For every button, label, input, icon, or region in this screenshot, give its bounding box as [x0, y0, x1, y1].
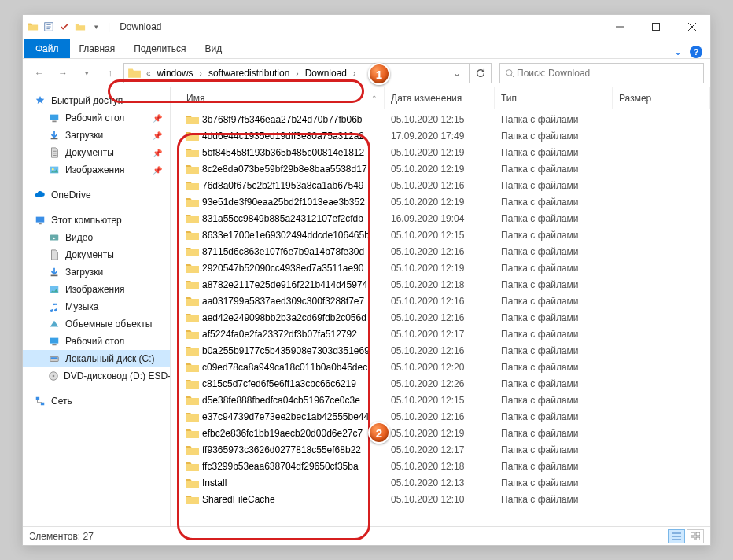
maximize-button[interactable] — [638, 15, 674, 39]
breadcrumb-overflow[interactable]: « — [145, 69, 153, 78]
search-input[interactable] — [515, 67, 698, 79]
close-button[interactable] — [674, 15, 710, 39]
file-row[interactable]: 3b768f97f5346eaa27b24d70b77fb06b05.10.20… — [171, 111, 710, 127]
svg-rect-3 — [50, 115, 59, 120]
nav-forward-button[interactable]: → — [53, 63, 73, 83]
col-name[interactable]: Имя⌃ — [171, 87, 385, 109]
file-row[interactable]: SharedFileCache05.10.2020 12:10Папка с ф… — [171, 491, 710, 507]
svg-rect-1 — [653, 24, 660, 31]
sidebar-item[interactable]: Изображения📌 — [23, 161, 170, 179]
file-row[interactable]: 87115d6c863e107f6e7b9a14b78fe30d05.10.20… — [171, 243, 710, 260]
help-icon[interactable]: ? — [690, 46, 702, 58]
file-tab[interactable]: Файл — [24, 39, 70, 58]
search-box[interactable] — [499, 63, 704, 83]
svg-rect-17 — [36, 397, 39, 400]
sidebar-item[interactable]: Загрузки — [23, 263, 170, 281]
file-type: Папка с файлами — [495, 296, 613, 307]
file-date: 05.10.2020 12:19 — [385, 428, 495, 439]
address-dropdown-icon[interactable]: ⌄ — [448, 68, 466, 79]
file-row[interactable]: Install05.10.2020 12:13Папка с файлами — [171, 474, 710, 491]
file-row[interactable]: 93e51de3f90eaa25bd2f1013eae3b35205.10.20… — [171, 193, 710, 210]
sidebar-icon — [48, 318, 61, 330]
ribbon-tabs: Файл Главная Поделиться Вид ⌄ ? — [23, 39, 710, 59]
file-row[interactable]: ffc3299b53eaa638704df29650cf35ba05.10.20… — [171, 458, 710, 474]
file-row[interactable]: b0a255b9177c5b435908e7303d351e6905.10.20… — [171, 342, 710, 359]
qat-dropdown-icon[interactable]: ▾ — [89, 20, 103, 34]
sidebar-quick-access[interactable]: Быстрый доступ — [23, 92, 170, 109]
tab-view[interactable]: Вид — [195, 39, 231, 58]
sidebar-item[interactable]: Локальный диск (C:) — [23, 350, 170, 367]
svg-rect-14 — [51, 357, 58, 359]
sidebar-item[interactable]: Рабочий стол — [23, 333, 170, 350]
file-row[interactable]: aed42e249098bb2b3a2cd69fdb2c056d05.10.20… — [171, 309, 710, 326]
minimize-button[interactable] — [602, 15, 638, 39]
file-row[interactable]: af5224fa0e2fa23372df3b07fa51279205.10.20… — [171, 326, 710, 342]
sidebar-onedrive[interactable]: OneDrive — [23, 186, 170, 204]
sidebar-item[interactable]: Документы — [23, 246, 170, 263]
view-icons-button[interactable] — [687, 529, 704, 543]
sidebar-icon — [48, 266, 61, 278]
file-type: Папка с файлами — [495, 444, 613, 455]
sidebar-item[interactable]: Видео — [23, 229, 170, 246]
sidebar-item[interactable]: Изображения — [23, 281, 170, 298]
breadcrumb-part[interactable]: windows — [153, 64, 198, 83]
file-row[interactable]: 4dd6e44c1935ed19dff3e80a75a312a217.09.20… — [171, 127, 710, 144]
chevron-right-icon[interactable]: › — [294, 69, 300, 78]
file-name: 5bf845458f193b365b485c00814e1812 — [202, 147, 364, 158]
sidebar-item[interactable]: Документы📌 — [23, 144, 170, 161]
file-row[interactable]: c09ed78ca8a949ca18c011b0a0b46dec05.10.20… — [171, 359, 710, 375]
qat-newfolder-icon[interactable] — [73, 20, 87, 34]
sidebar-item[interactable]: Загрузки📌 — [23, 127, 170, 144]
qat-properties-icon[interactable] — [42, 20, 56, 34]
sidebar-item[interactable]: Объемные объекты — [23, 315, 170, 333]
file-row[interactable]: aa031799a5837aed309c300f3288f7e705.10.20… — [171, 293, 710, 309]
refresh-button[interactable] — [470, 63, 492, 83]
explorer-window: ▾ | Download Файл Главная Поделиться Вид… — [22, 14, 711, 546]
file-row[interactable]: 76d8a0f675c2b2f11953a8ca1ab6754905.10.20… — [171, 177, 710, 193]
nav-up-button[interactable]: ↑ — [100, 63, 120, 83]
sidebar-item[interactable]: Музыка — [23, 298, 170, 315]
breadcrumb-part[interactable]: softwaredistribution — [204, 64, 294, 83]
tab-share[interactable]: Поделиться — [124, 39, 195, 58]
monitor-icon — [34, 214, 46, 227]
file-row[interactable]: 5bf845458f193b365b485c00814e181205.10.20… — [171, 144, 710, 160]
view-details-button[interactable] — [668, 529, 685, 543]
file-row[interactable]: a8782e2117e25de916f221b414d4597405.10.20… — [171, 276, 710, 293]
file-type: Папка с файлами — [495, 180, 613, 191]
qat-check-icon[interactable] — [57, 20, 72, 34]
file-row[interactable]: e37c94739d7e73ee2bec1ab42555be4405.10.20… — [171, 408, 710, 425]
svg-rect-20 — [696, 532, 700, 536]
file-row[interactable]: 831a55cc9849b885a24312107ef2cfdb16.09.20… — [171, 210, 710, 227]
file-row[interactable]: c815c5d7cfed6f5e6ff1a3cbc66c621905.10.20… — [171, 375, 710, 392]
chevron-right-icon[interactable]: › — [198, 69, 204, 78]
file-row[interactable]: 8c2e8da073be59bf29b8e8baa5538d1705.10.20… — [171, 160, 710, 177]
file-name: e37c94739d7e73ee2bec1ab42555be44 — [202, 411, 369, 422]
nav-history-dropdown[interactable]: ▾ — [76, 63, 97, 83]
address-bar[interactable]: « windows › softwaredistribution › Downl… — [123, 63, 470, 83]
sidebar-item[interactable]: DVD-дисковод (D:) ESD- — [23, 367, 170, 385]
window-title: Download — [120, 21, 161, 32]
file-row[interactable]: ff9365973c3626d0277818c55ef68b2205.10.20… — [171, 441, 710, 458]
file-row[interactable]: efbc2e836fc1bb19aecb20d00d6e27c705.10.20… — [171, 425, 710, 441]
sidebar-this-pc[interactable]: Этот компьютер — [23, 212, 170, 229]
file-type: Папка с файлами — [495, 378, 613, 389]
ribbon-expand-icon[interactable]: ⌄ — [674, 46, 682, 57]
nav-back-button[interactable]: ← — [29, 63, 50, 83]
file-list[interactable]: 3b768f97f5346eaa27b24d70b77fb06b05.10.20… — [171, 109, 710, 526]
file-row[interactable]: 2920547b52090cc4938ed7a3511ae9005.10.202… — [171, 260, 710, 276]
tab-home[interactable]: Главная — [70, 39, 125, 58]
sidebar-item[interactable]: Рабочий стол📌 — [23, 109, 170, 127]
file-row[interactable]: d5e38fe888fbedfca04cb51967ce0c3e05.10.20… — [171, 392, 710, 408]
file-type: Папка с файлами — [495, 411, 613, 422]
col-type[interactable]: Тип — [495, 87, 613, 109]
breadcrumb-part[interactable]: Download — [300, 64, 352, 83]
chevron-right-icon[interactable]: › — [352, 69, 357, 78]
col-date[interactable]: Дата изменения — [385, 87, 495, 109]
sidebar-icon — [48, 249, 61, 261]
sidebar-icon — [48, 370, 59, 382]
pin-icon: 📌 — [153, 166, 162, 175]
sidebar-network[interactable]: Сеть — [23, 392, 170, 410]
file-row[interactable]: 8633e1700e1e69302494ddcde106465b05.10.20… — [171, 227, 710, 243]
pin-icon: 📌 — [153, 149, 162, 157]
col-size[interactable]: Размер — [613, 87, 710, 109]
